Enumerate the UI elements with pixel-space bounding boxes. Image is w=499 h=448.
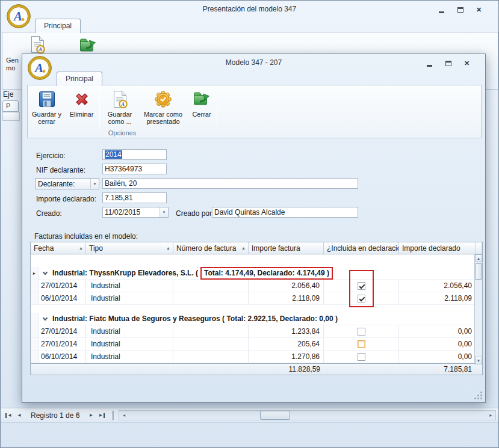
generate-model-icon[interactable]: [28, 35, 47, 54]
maximize-button[interactable]: [455, 5, 465, 14]
guardar-como-button[interactable]: Guardar como ...: [102, 88, 138, 135]
facturas-grid: Fecha ▲ Tipo ▲ Número de factura ▲ Impor…: [30, 242, 483, 375]
chevron-down-icon[interactable]: ▼: [90, 179, 99, 189]
tab-principal-main[interactable]: Principal: [35, 19, 81, 33]
creado-por-label: Creado por:: [176, 209, 214, 218]
cell-importe-factura: 1.270,86: [249, 351, 324, 363]
collapse-chevron-icon[interactable]: [43, 269, 48, 274]
minimize-button[interactable]: [436, 5, 447, 14]
table-row[interactable]: 27/01/2014 Industrial 2.056,40 2.056,40: [31, 280, 482, 292]
marcar-como-presentado-button[interactable]: Marcar como presentado: [140, 88, 187, 135]
column-header-fecha[interactable]: Fecha ▲: [31, 242, 86, 254]
ribbon-label-fragment: Gen: [6, 57, 19, 64]
column-header-incluida[interactable]: ¿Incluida en declaración?: [324, 242, 399, 254]
dialog-title: Modelo 347 - 207: [22, 58, 485, 67]
app-logo-icon: [28, 56, 52, 80]
facturas-caption: Facturas incluidas en el modelo:: [34, 232, 138, 241]
close-button[interactable]: ✕: [474, 5, 484, 14]
cell-importe-factura: 205,64: [249, 338, 324, 350]
importe-declarado-field[interactable]: 7.185,81: [102, 192, 167, 203]
collapse-chevron-icon[interactable]: [43, 315, 48, 320]
dialog-close-button[interactable]: ✕: [462, 59, 472, 68]
horizontal-scrollbar[interactable]: ◄ ►: [119, 410, 496, 420]
column-header-importe-declarado[interactable]: Importe declarado: [399, 242, 476, 254]
nif-label: NIF declarante:: [36, 165, 85, 175]
ejercicio-value: 2014: [105, 150, 122, 159]
table-row[interactable]: 27/01/2014 Industrial 1.233,84 0,00: [31, 325, 482, 338]
column-header-importe-factura[interactable]: Importe factura: [249, 242, 324, 254]
cell-tipo: Industrial: [86, 280, 173, 292]
incluida-checkbox[interactable]: [358, 353, 365, 361]
table-row[interactable]: 06/10/2014 Industrial 2.118,09 2.118,09: [31, 292, 482, 305]
nav-first-button[interactable]: ◄: [3, 410, 14, 420]
cell-importe-factura: 2.118,09: [249, 292, 324, 304]
table-row[interactable]: 27/01/2014 Industrial 205,64 0,00: [31, 338, 482, 351]
creado-por-field[interactable]: David Quintas Alcalde: [212, 207, 358, 218]
horizontal-scrollbar-thumb[interactable]: [260, 411, 290, 420]
nav-prev-button[interactable]: ◄: [14, 410, 25, 420]
cell-tipo: Industrial: [86, 338, 173, 350]
creado-label: Creado:: [36, 209, 62, 218]
dialog-minimize-button[interactable]: [424, 59, 435, 68]
cell-incluida: [324, 325, 399, 337]
nav-last-icon: ►: [98, 413, 103, 418]
sort-asc-icon: ▲: [79, 246, 83, 250]
incluida-checkbox[interactable]: [358, 340, 365, 348]
scroll-down-icon[interactable]: ▼: [475, 357, 482, 364]
cell-importe-factura: 1.233,84: [249, 325, 324, 337]
column-header-numero[interactable]: Número de factura ▲: [173, 242, 249, 254]
group-label: Industrial: ThyssnKrupp Elevadores, S.L.…: [52, 269, 198, 277]
checkbox-annotation-box: [349, 270, 374, 307]
group-row-thyssnkrupp[interactable]: ► Industrial: ThyssnKrupp Elevadores, S.…: [31, 267, 482, 280]
nav-next-button[interactable]: ►: [85, 410, 96, 420]
app-logo-icon: [7, 4, 31, 28]
header-filler: [476, 242, 482, 254]
vertical-scrollbar-thumb[interactable]: [475, 263, 482, 280]
column-header-tipo[interactable]: Tipo ▲: [86, 242, 173, 254]
row-indicator: [31, 313, 39, 325]
row-indicator: [31, 280, 39, 292]
main-statusbar: ◄ ◄ Registro 1 de 6 ► ► ◄ ►: [1, 408, 498, 423]
close-folder-icon[interactable]: [78, 36, 98, 55]
ejercicio-field[interactable]: 2014: [102, 149, 167, 160]
table-row[interactable]: 06/10/2014 Industrial 1.270,86 0,00: [31, 351, 482, 363]
scroll-left-icon[interactable]: ◄: [119, 411, 128, 420]
dialog-maximize-button[interactable]: [443, 59, 453, 68]
row-indicator: ►: [31, 267, 39, 279]
scroll-right-icon[interactable]: ►: [486, 411, 495, 420]
declarante-field[interactable]: Bailén, 20: [102, 178, 358, 189]
cell-incluida: [324, 338, 399, 350]
nif-field[interactable]: H37364973: [102, 164, 167, 174]
creado-date-field[interactable]: 11/02/2015 ▼: [102, 207, 169, 218]
tab-principal-dialog[interactable]: Principal: [57, 72, 102, 86]
total-importe-factura: 11.828,59: [249, 365, 324, 373]
group-row-fiatc[interactable]: Industrial: Fiatc Mutua de Seguros y Rea…: [31, 313, 482, 325]
vertical-scrollbar[interactable]: ▲ ▼: [474, 254, 482, 364]
sort-asc-icon: ▲: [166, 246, 170, 250]
cell-numero: [173, 280, 249, 292]
grid-spacer: [31, 254, 482, 267]
total-importe-declarado: 7.185,81: [399, 365, 476, 373]
cerrar-button[interactable]: Cerrar: [188, 88, 215, 135]
eliminar-button[interactable]: Eliminar: [66, 88, 98, 135]
maximize-icon: [445, 61, 451, 66]
cell-fecha: 06/10/2014: [39, 292, 86, 304]
background-tab-fragment: P: [2, 100, 19, 112]
close-icon: ✕: [464, 60, 470, 67]
cell-numero: [173, 338, 249, 350]
ribbon-group-caption: Opciones: [28, 129, 217, 137]
main-titlebar: Presentación del modelo 347 ✕: [1, 1, 498, 17]
scroll-up-icon[interactable]: ▲: [475, 254, 482, 262]
chevron-down-icon[interactable]: ▼: [160, 207, 168, 217]
statusbar-separator: [112, 411, 114, 420]
declarante-selector[interactable]: Declarante: ▼: [35, 178, 99, 189]
cell-numero: [173, 351, 249, 363]
resize-grip[interactable]: [474, 391, 483, 400]
importe-declarado-label: Importe declarado:: [36, 194, 96, 204]
incluida-checkbox[interactable]: [358, 328, 365, 336]
cell-importe-declarado: 2.118,09: [399, 292, 476, 304]
guardar-y-cerrar-button[interactable]: Guardar y cerrar: [29, 88, 64, 135]
nav-last-button[interactable]: ►: [96, 410, 107, 420]
focused-row-marker-icon: ►: [33, 271, 37, 275]
save-as-icon: [110, 90, 129, 109]
